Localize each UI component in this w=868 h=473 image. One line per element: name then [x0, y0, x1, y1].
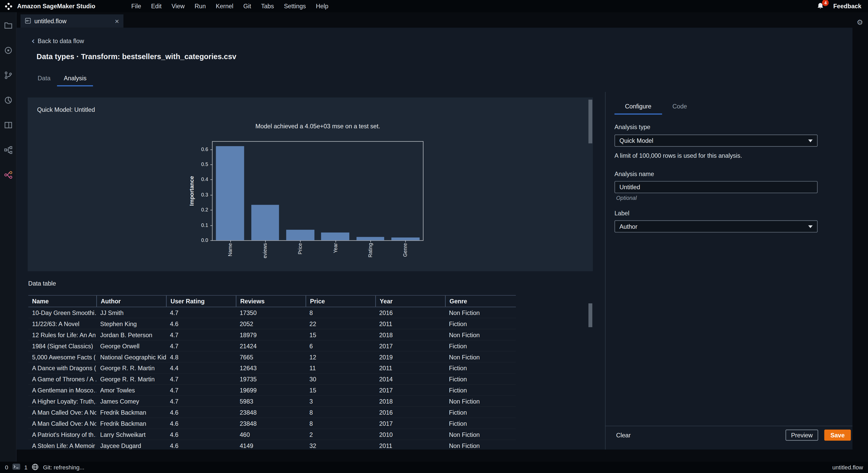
y-axis-label: 0.4 [195, 177, 208, 182]
data-wrangler-flow-icon[interactable] [3, 170, 13, 179]
table-cell: 5983 [236, 398, 305, 405]
table-cell: Non Fiction [445, 309, 516, 316]
table-cell: Larry Schweikart [96, 431, 166, 438]
table-cell: JJ Smith [96, 309, 166, 316]
table-cell: A Game of Thrones / A … [28, 376, 96, 382]
x-tick-mark [300, 240, 301, 243]
analysis-name-input[interactable]: Untitled [615, 181, 818, 193]
table-cell: 10-Day Green Smoothi… [28, 309, 96, 316]
table-cell: 2017 [375, 387, 445, 393]
table-row[interactable]: A Gentleman in Mosco…Amor Towles4.719699… [28, 385, 516, 396]
x-tick-mark [335, 240, 336, 243]
menu-file[interactable]: File [126, 3, 146, 9]
kernel-terminal-indicator[interactable]: 0 1 [5, 463, 38, 471]
bar-rating [356, 237, 384, 240]
menu-view[interactable]: View [166, 3, 189, 9]
feedback-button[interactable]: Feedback [833, 3, 861, 9]
palette-icon[interactable] [3, 95, 13, 104]
status-bar: 0 1 Git: refreshing... untitled.flow [0, 462, 868, 473]
back-link-label: Back to data flow [38, 38, 84, 44]
table-row[interactable]: A Higher Loyalty: Truth,…James Comey4.75… [28, 396, 516, 407]
table-row[interactable]: A Patriot's History of th…Larry Schweika… [28, 429, 516, 440]
menu-run[interactable]: Run [189, 3, 211, 9]
x-tick-mark [405, 240, 406, 243]
table-cell: 8 [306, 409, 375, 415]
table-row[interactable]: A Game of Thrones / A …George R. R. Mart… [28, 374, 516, 385]
preview-button[interactable]: Preview [786, 430, 818, 441]
x-tick-mark [370, 240, 371, 243]
table-row[interactable]: A Stolen Life: A MemoirJaycee Dugard4.64… [28, 440, 516, 449]
chevron-left-icon [31, 38, 35, 43]
scrollbar-thumb-bottom[interactable] [588, 303, 592, 327]
menu-settings[interactable]: Settings [279, 3, 311, 9]
table-header-cell: Year [375, 296, 445, 307]
close-tab-icon[interactable]: × [115, 18, 119, 25]
table-cell: A Dance with Dragons (… [28, 365, 96, 371]
pipeline-icon[interactable] [3, 145, 13, 154]
table-cell: 32 [306, 442, 375, 449]
table-cell: Fiction [445, 365, 516, 371]
chart-title: Model achieved a 4.05e+03 mse on a test … [212, 123, 424, 130]
table-header-cell: Genre [445, 296, 516, 307]
open-tabs-icon[interactable] [3, 120, 13, 129]
table-cell: 4.6 [166, 320, 236, 327]
git-branch-icon[interactable] [3, 70, 13, 80]
notifications-bell-icon[interactable]: 4 [817, 2, 825, 10]
bar-genre [392, 237, 420, 240]
menu-edit[interactable]: Edit [146, 3, 166, 9]
table-cell: 5,000 Awesome Facts (… [28, 353, 96, 360]
menu-kernel[interactable]: Kernel [211, 3, 238, 9]
table-cell: Fredrik Backman [96, 420, 166, 427]
table-cell: 2017 [375, 420, 445, 427]
analysis-type-select[interactable]: Quick Model [615, 134, 818, 147]
back-to-data-flow-link[interactable]: Back to data flow [31, 38, 84, 44]
table-cell: 21424 [236, 342, 305, 349]
label-field-label: Label [615, 210, 629, 217]
tab-data[interactable]: Data [31, 74, 57, 86]
page-title: Data types · Transform: bestsellers_with… [37, 53, 237, 61]
table-cell: 2019 [375, 353, 445, 360]
table-cell: 4.6 [166, 420, 236, 427]
table-row[interactable]: 10-Day Green Smoothi…JJ Smith4.717350820… [28, 307, 516, 318]
scrollbar-thumb-top[interactable] [588, 100, 592, 143]
config-tab-code[interactable]: Code [662, 103, 698, 115]
terminal-count: 0 [5, 464, 8, 471]
save-button[interactable]: Save [825, 430, 851, 441]
table-row[interactable]: A Man Called Ove: A No…Fredrik Backman4.… [28, 407, 516, 418]
plot-area: Importance NameeviewsPriceYearRatingGenr… [212, 141, 424, 241]
settings-gear-icon[interactable]: ⚙ [857, 19, 863, 26]
table-row[interactable]: 1984 (Signet Classics)George Orwell4.721… [28, 341, 516, 352]
terminal-icon [12, 464, 21, 471]
table-cell: 4.7 [166, 398, 236, 405]
clear-button[interactable]: Clear [616, 432, 630, 438]
table-cell: 23848 [236, 409, 305, 415]
table-cell: 4.7 [166, 387, 236, 393]
table-row[interactable]: 12 Rules for Life: An An…Jordan B. Peter… [28, 329, 516, 341]
table-row[interactable]: 11/22/63: A NovelStephen King4.620522220… [28, 318, 516, 329]
y-tick-mark [210, 195, 213, 195]
table-row[interactable]: A Man Called Ove: A No…Fredrik Backman4.… [28, 418, 516, 429]
table-header-row: NameAuthorUser RatingReviewsPriceYearGen… [28, 295, 516, 307]
x-axis-label: Genre [403, 243, 408, 257]
y-tick-mark [210, 210, 213, 211]
table-cell: Non Fiction [445, 431, 516, 438]
menu-tabs[interactable]: Tabs [256, 3, 279, 9]
table-row[interactable]: 5,000 Awesome Facts (…National Geographi… [28, 352, 516, 363]
config-tab-configure[interactable]: Configure [615, 103, 662, 115]
tab-untitled-flow[interactable]: untitled.flow × [21, 14, 123, 28]
table-row[interactable]: A Dance with Dragons (…George R. R. Mart… [28, 362, 516, 374]
table-cell: James Comey [96, 398, 166, 405]
menu-help[interactable]: Help [311, 3, 333, 9]
table-header-cell: Name [28, 296, 96, 307]
table-cell: 15 [306, 387, 375, 393]
folder-icon[interactable] [3, 21, 13, 30]
label-select[interactable]: Author [615, 220, 818, 232]
running-circle-icon[interactable] [3, 45, 13, 55]
table-header-cell: Price [306, 296, 375, 307]
table-cell: 19699 [236, 387, 305, 393]
git-status-text[interactable]: Git: refreshing... [43, 464, 85, 471]
row-limit-note: A limit of 100,000 rows is used for this… [615, 152, 742, 159]
menu-git[interactable]: Git [238, 3, 256, 9]
tab-analysis[interactable]: Analysis [57, 74, 93, 86]
data-table: NameAuthorUser RatingReviewsPriceYearGen… [28, 295, 516, 449]
